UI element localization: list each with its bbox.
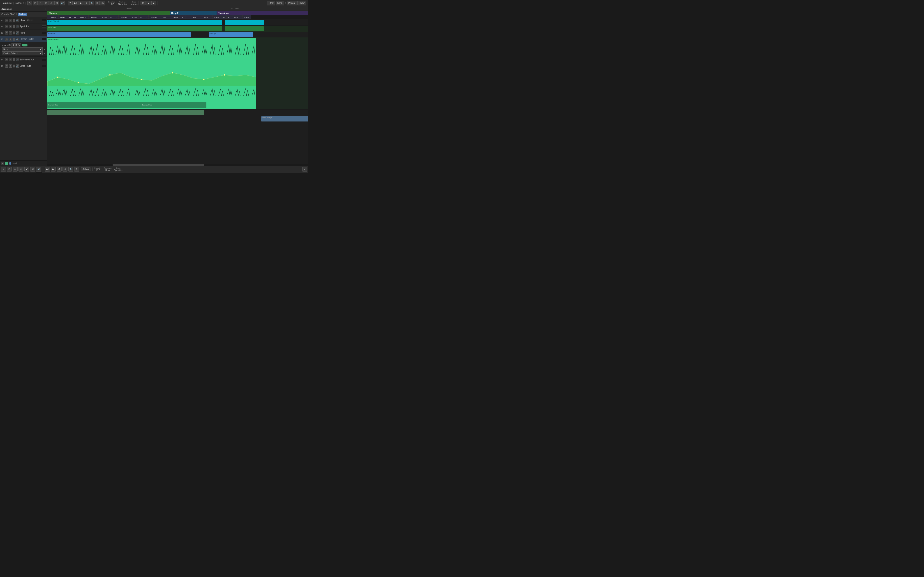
clip-synth-2[interactable] xyxy=(225,26,264,31)
chord-cell-el1[interactable]: El xyxy=(67,15,73,19)
select-tool[interactable]: ↖ xyxy=(27,1,32,5)
chord-cell-b[interactable]: B xyxy=(227,15,231,19)
b-listen-tool[interactable]: 🔊 xyxy=(36,167,41,171)
snap-value[interactable]: Frames xyxy=(130,3,137,5)
track-solo-13[interactable]: S xyxy=(9,38,12,41)
loop-marker[interactable]: ▶ xyxy=(151,1,156,5)
listen-tool[interactable]: 🔊 xyxy=(60,1,65,5)
zoom-tool[interactable]: 🔍 xyxy=(89,1,94,5)
chord-cell-gbm4[interactable]: Gbm9 xyxy=(171,15,180,19)
h-scrollbar-thumb[interactable] xyxy=(113,164,204,166)
b-loop2-btn[interactable]: ⟲ xyxy=(63,167,68,171)
track-record-15[interactable] xyxy=(13,64,15,68)
track-record-13[interactable] xyxy=(13,38,15,41)
b-snap-val[interactable]: Quantize xyxy=(114,169,123,171)
chord-key[interactable]: Dbm11 xyxy=(10,13,17,16)
chord-cell-el4[interactable]: El xyxy=(180,15,186,19)
b-expand-btn[interactable]: ⤢ xyxy=(302,167,307,171)
b-play2-btn[interactable]: ▶ xyxy=(51,167,56,171)
chord-cell-abm2[interactable]: Abm11 xyxy=(119,15,130,19)
mute-tool[interactable]: M xyxy=(54,1,59,5)
parameter-tab[interactable]: Parameter xyxy=(2,2,12,4)
chord-cell-abm4[interactable]: Abm11 xyxy=(190,15,201,19)
control-tab[interactable]: Control xyxy=(15,2,22,4)
track-lane-10[interactable]: Choir Filtered xyxy=(47,19,308,26)
track-solo-14[interactable]: S xyxy=(9,58,12,61)
b-select-tool[interactable]: ↖ xyxy=(1,167,6,171)
play-from-start[interactable]: ▶| xyxy=(73,1,78,5)
track-record-11[interactable] xyxy=(13,25,15,28)
track-mute-12[interactable]: M xyxy=(5,31,8,34)
track-solo-10[interactable]: S xyxy=(9,19,12,22)
track-monitor-13[interactable]: 🔊 xyxy=(16,38,19,41)
guitar-clip-main[interactable]: Electric Guitar xyxy=(47,38,256,109)
iq-tool[interactable]: IQ xyxy=(100,1,105,5)
scratch-tool[interactable]: ⟳ xyxy=(95,1,100,5)
chord-cell-el2[interactable]: El xyxy=(108,15,114,19)
follow-button[interactable]: Follow xyxy=(18,13,27,16)
song-dropdown-icon[interactable]: ▼ xyxy=(284,2,286,4)
chord-cell-d1[interactable]: D xyxy=(73,15,78,19)
chord-cell-d4[interactable]: D xyxy=(186,15,190,19)
b-scratch-btn[interactable]: ⟳ xyxy=(74,167,79,171)
track-mute-14[interactable]: M xyxy=(5,58,8,61)
track-monitor-15[interactable]: 🔊 xyxy=(16,64,19,68)
b-paint-tool[interactable]: 🖌 xyxy=(24,167,29,171)
loop-tool[interactable]: ↺ xyxy=(84,1,89,5)
clip-sampleone-2[interactable]: SampleOne xyxy=(141,102,207,108)
start-button[interactable]: Start xyxy=(267,1,275,5)
midi-toggle[interactable]: M xyxy=(1,162,4,165)
b-zoom-btn[interactable]: 🔍 xyxy=(68,167,73,171)
range-tool[interactable]: ⊡ xyxy=(33,1,38,5)
param-dropdown-icon[interactable]: ▼ xyxy=(23,2,24,4)
bottom-main-area[interactable]: 33 34 35 36 37 38 39 40 41 42 43 44 45 4… xyxy=(36,172,308,173)
chord-cell-el5[interactable]: El xyxy=(221,15,227,19)
input-select[interactable]: L+R xyxy=(11,43,21,47)
track-monitor-12[interactable]: 🔊 xyxy=(16,31,19,34)
track-mute-10[interactable]: M xyxy=(5,19,8,22)
play-tool[interactable]: ▶ xyxy=(79,1,84,5)
action-label[interactable]: Action xyxy=(81,167,90,171)
marker-btn[interactable]: ◀ xyxy=(146,1,151,5)
chord-cell-gbm3[interactable]: Gbm9 xyxy=(130,15,139,19)
clip-piano-1[interactable]: Piano(2) xyxy=(47,32,191,37)
chord-cell-abm3[interactable]: Abm11 xyxy=(149,15,160,19)
chain-select-2[interactable]: Electric Guitar 1 xyxy=(2,52,43,55)
chord-cell-ebm1[interactable]: Ebm11 xyxy=(201,15,213,19)
clip-choir-1[interactable]: Choir Filtered xyxy=(47,20,222,25)
section-transition[interactable]: Transition xyxy=(217,11,308,15)
chain-dropdown-2[interactable]: ▼ xyxy=(44,52,45,54)
b-erase-tool[interactable]: ◻ xyxy=(18,167,23,171)
chord-cell-el3[interactable]: El xyxy=(139,15,144,19)
chord-cell-abm1[interactable]: Abm11 xyxy=(78,15,89,19)
chord-cell-abm6[interactable]: Abm9 xyxy=(242,15,251,19)
b-pencil-tool[interactable]: ✏ xyxy=(13,167,18,171)
chain-dropdown-1[interactable]: ▼ xyxy=(44,48,45,50)
chord-cell-abm5[interactable]: Abm9 xyxy=(213,15,221,19)
track-lane-15[interactable]: Glitch flute(3) xyxy=(47,116,308,122)
chord-cell-dbm[interactable]: Dbm11 xyxy=(47,15,59,19)
chord-cell-dbm2[interactable]: Dbm11 xyxy=(89,15,100,19)
section-drop2[interactable]: Drop 2 xyxy=(170,11,217,15)
track-lane-11[interactable]: Synth Run xyxy=(47,26,308,32)
b-range-tool[interactable]: ⊡ xyxy=(7,167,12,171)
track-mute-13[interactable]: M xyxy=(5,38,8,41)
track-lane-13[interactable]: Electric Guitar xyxy=(47,37,308,110)
track-solo-15[interactable]: S xyxy=(9,64,12,68)
track-monitor-11[interactable]: 🔊 xyxy=(16,25,19,28)
pencil-tool[interactable]: ✏ xyxy=(38,1,43,5)
track-solo-12[interactable]: S xyxy=(9,31,12,34)
h-scrollbar[interactable] xyxy=(47,164,308,166)
clip-choir-2[interactable] xyxy=(225,20,264,25)
chord-cell-d2[interactable]: D xyxy=(114,15,119,19)
b-timebase-val[interactable]: Bars xyxy=(105,169,110,171)
question-tool[interactable]: ? xyxy=(68,1,73,5)
chord-cell-dbm3[interactable]: Dbm11 xyxy=(160,15,171,19)
track-record-12[interactable] xyxy=(13,31,15,34)
chord-cell-ebm2[interactable]: Ebm11 xyxy=(231,15,242,19)
chord-cell-gbm2[interactable]: Gbm9 xyxy=(100,15,108,19)
track-record-14[interactable] xyxy=(13,58,15,61)
erase-tool[interactable]: ◻ xyxy=(44,1,48,5)
small-btn[interactable]: S xyxy=(5,162,8,165)
track-solo-11[interactable]: S xyxy=(9,25,12,28)
